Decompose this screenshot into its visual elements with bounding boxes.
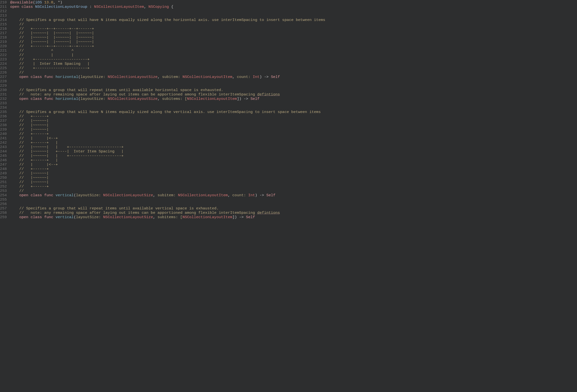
code-line[interactable]: // | |<--+ <box>10 136 577 141</box>
code-line[interactable] <box>10 198 577 202</box>
code-line[interactable] <box>10 106 577 110</box>
code-editor[interactable]: 2102112122132142152162172182192202212222… <box>0 0 577 220</box>
line-number: 257 <box>0 206 7 211</box>
code-line[interactable]: // +-----------------------+ <box>10 58 577 62</box>
code-token: layoutSize: <box>80 75 108 79</box>
code-line[interactable]: // | |<--+ <box>10 163 577 167</box>
code-line[interactable] <box>10 9 577 14</box>
code-line[interactable]: // |~~~~~~| <box>10 180 577 185</box>
code-token: Self <box>271 75 280 79</box>
code-token: defintions <box>257 92 280 97</box>
code-line[interactable]: // +------+ | <box>10 141 577 145</box>
code-token: { <box>169 5 174 9</box>
code-token: // |~~~~~~| +----| Inter Item Spacing | <box>10 149 124 154</box>
code-line[interactable] <box>10 14 577 18</box>
code-token: vertical <box>56 215 73 219</box>
code-token: subitem: <box>158 193 178 197</box>
code-token: , <box>228 193 232 197</box>
code-line[interactable] <box>10 202 577 206</box>
code-token: vertical <box>56 193 73 197</box>
code-line[interactable]: // <box>10 71 577 75</box>
code-line[interactable] <box>10 79 577 84</box>
code-line[interactable] <box>10 101 577 106</box>
code-line[interactable]: // |~~~~~~| <box>10 128 577 132</box>
code-token <box>10 202 19 206</box>
code-line[interactable]: // +------+ | <box>10 158 577 163</box>
code-token: open class func <box>19 215 56 219</box>
code-line[interactable]: // +-----------------------+ <box>10 66 577 71</box>
code-line[interactable]: // | | <box>10 53 577 58</box>
code-line[interactable]: open class func vertical(layoutSize: NSC… <box>10 193 577 198</box>
code-line[interactable]: // +------+--+------+--+------+ <box>10 44 577 49</box>
code-token: open class func <box>19 97 56 101</box>
code-line[interactable]: // note: any remaining space after layin… <box>10 211 577 215</box>
code-line[interactable]: // |~~~~~~| | +-----------------------+ <box>10 145 577 150</box>
line-number: 234 <box>0 106 7 110</box>
line-number: 241 <box>0 136 7 141</box>
code-token: // Specifies a group that will have N it… <box>10 110 321 114</box>
code-line[interactable]: // +------+--+------+--+------+ <box>10 27 577 31</box>
code-token: ( <box>73 193 76 197</box>
code-line[interactable]: // |~~~~~~| <box>10 123 577 128</box>
code-line[interactable]: // |~~~~~~| +----| Inter Item Spacing | <box>10 150 577 154</box>
code-line[interactable]: // Specifies a group that will repeat it… <box>10 88 577 93</box>
code-line[interactable]: // |~~~~~~| |~~~~~~| |~~~~~~| <box>10 31 577 35</box>
code-line[interactable]: // +------+ <box>10 132 577 136</box>
code-token: ]) -> <box>237 97 251 101</box>
code-line[interactable]: // |~~~~~~| |~~~~~~| |~~~~~~| <box>10 35 577 40</box>
line-number: 223 <box>0 58 7 62</box>
code-token: : <box>87 5 94 9</box>
code-token: // |~~~~~~| <box>10 127 49 132</box>
code-token: layoutSize: <box>76 193 103 197</box>
line-number: 215 <box>0 22 7 27</box>
code-token: // +------+ | <box>10 140 58 145</box>
code-line[interactable]: // |~~~~~~| <box>10 176 577 180</box>
code-line[interactable]: // <box>10 22 577 27</box>
code-line[interactable]: // note: any remaining space after layin… <box>10 93 577 97</box>
code-line[interactable]: // Specifies a group that will repeat it… <box>10 206 577 211</box>
line-number: 228 <box>0 79 7 84</box>
code-line[interactable]: // |~~~~~~| <box>10 171 577 176</box>
line-number: 240 <box>0 132 7 136</box>
code-token: // +------+ | <box>10 158 58 163</box>
code-line[interactable]: // |~~~~~~| | +-----------------------+ <box>10 154 577 158</box>
code-line[interactable]: // +------+ <box>10 185 577 189</box>
code-line[interactable]: @available(iOS 13.0, *) <box>10 0 577 5</box>
code-line[interactable]: open class func horizontal(layoutSize: N… <box>10 75 577 79</box>
code-line[interactable]: // Specifies a group that will have N it… <box>10 18 577 22</box>
code-line[interactable]: // |~~~~~~| |~~~~~~| |~~~~~~| <box>10 40 577 44</box>
line-number: 246 <box>0 158 7 163</box>
line-number: 252 <box>0 185 7 189</box>
line-number: 249 <box>0 171 7 176</box>
code-token: ) -> <box>255 193 267 197</box>
line-number: 212 <box>0 9 7 14</box>
code-token: horizontal <box>56 97 78 101</box>
code-token: // +------+ <box>10 184 49 189</box>
code-token: NSCopying <box>148 5 169 9</box>
code-token: , <box>153 215 158 219</box>
code-line[interactable]: open class func horizontal(layoutSize: N… <box>10 97 577 101</box>
code-line[interactable]: // <box>10 189 577 193</box>
code-token: , <box>158 97 162 101</box>
code-line[interactable]: open class func vertical(layoutSize: NSC… <box>10 215 577 220</box>
code-token: ) <box>60 0 62 5</box>
code-token: ]) -> <box>232 215 246 219</box>
code-line[interactable]: // +------+ <box>10 167 577 171</box>
line-number: 251 <box>0 180 7 185</box>
code-line[interactable]: open class NSCollectionLayoutGroup : NSC… <box>10 5 577 9</box>
code-content[interactable]: @available(iOS 13.0, *)open class NSColl… <box>10 0 577 220</box>
code-line[interactable] <box>10 84 577 88</box>
line-number: 229 <box>0 84 7 88</box>
code-line[interactable]: // |~~~~~~| <box>10 119 577 123</box>
line-number: 245 <box>0 154 7 158</box>
code-token: layoutSize: <box>80 97 108 101</box>
code-line[interactable]: // +------+ <box>10 114 577 119</box>
code-token: ( <box>73 215 76 219</box>
code-token: NSCollectionLayoutItem <box>178 193 228 197</box>
code-token: // ^ ^ <box>10 48 73 53</box>
code-line[interactable]: // ^ ^ <box>10 49 577 53</box>
code-token: Int <box>248 193 255 197</box>
line-number: 224 <box>0 62 7 66</box>
code-line[interactable]: // | Inter Item Spacing | <box>10 62 577 66</box>
code-line[interactable]: // Specifies a group that will have N it… <box>10 110 577 114</box>
